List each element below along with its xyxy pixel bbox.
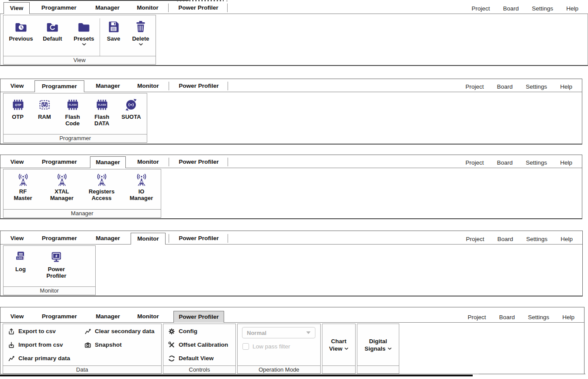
xtal-manager-button[interactable]: XTAL Manager (43, 172, 81, 201)
offset-calibration-button[interactable]: Offset Calibration (168, 341, 228, 348)
snapshot-button[interactable]: Snapshot (84, 341, 122, 348)
tab-monitor[interactable]: Monitor (131, 233, 166, 245)
menu-settings[interactable]: Settings (528, 314, 549, 320)
menu-project[interactable]: Project (471, 5, 490, 12)
tab-programmer[interactable]: Programmer (35, 156, 84, 168)
tab-view[interactable]: View (4, 156, 30, 168)
menu-settings[interactable]: Settings (526, 159, 547, 166)
flash-code-button[interactable]: FLASH Flash Code (59, 97, 86, 127)
radio-tower-icon (95, 172, 109, 187)
tab-separator (228, 234, 228, 243)
menu-project[interactable]: Project (465, 83, 484, 90)
ribbon-programmer: View Programmer Manager Monitor Power Pr… (0, 79, 582, 145)
tab-power-profiler[interactable]: Power Profiler (173, 156, 224, 168)
view-group-caption: View (3, 56, 156, 64)
operation-mode-dropdown[interactable]: Normal (242, 327, 315, 338)
tab-programmer[interactable]: Programmer (35, 311, 84, 322)
tab-programmer[interactable]: Programmer (34, 2, 84, 14)
otp-button[interactable]: OTP OTP (5, 97, 31, 120)
default-view-button[interactable]: Default View (168, 355, 214, 362)
tab-power-profiler[interactable]: Power Profiler (173, 2, 224, 14)
tab-separator (169, 158, 169, 166)
menu-help[interactable]: Help (560, 159, 572, 166)
tab-manager[interactable]: Manager (90, 156, 126, 168)
tab-monitor[interactable]: Monitor (131, 80, 166, 92)
flash-code-label: Flash Code (65, 114, 80, 127)
monitor-group: LOG Log Power Profiler Monitor (3, 245, 96, 295)
chart-view-label-line2: View (329, 345, 342, 352)
menu-project[interactable]: Project (466, 236, 484, 242)
chart-view-dropdown[interactable]: Chart View (322, 324, 355, 365)
menu-help[interactable]: Help (560, 236, 573, 242)
default-button[interactable]: Default (37, 19, 68, 42)
delete-button[interactable]: Delete (127, 19, 154, 46)
ribbon-manager: View Programmer Manager Monitor Power Pr… (0, 155, 582, 219)
ram-button[interactable]: RAM (32, 97, 57, 120)
programmer-group-caption: Programmer (3, 134, 147, 142)
chart-view-group-caption (322, 365, 355, 373)
rf-master-button[interactable]: RF Master (4, 172, 42, 201)
tab-monitor[interactable]: Monitor (131, 156, 166, 168)
menu-settings[interactable]: Settings (532, 5, 553, 12)
trash-icon (134, 19, 148, 34)
menu-settings[interactable]: Settings (526, 236, 547, 242)
chevron-down-icon (344, 347, 349, 350)
radio-tower-icon (16, 172, 30, 187)
tab-power-profiler[interactable]: Power Profiler (173, 311, 224, 323)
suota-button[interactable]: SUOTA (117, 97, 145, 120)
menu-board[interactable]: Board (503, 5, 519, 12)
folder-clock-icon (14, 19, 28, 34)
menu-bar: Project Board Settings Help (465, 83, 572, 90)
tab-manager[interactable]: Manager (90, 311, 126, 322)
previous-button[interactable]: Previous (5, 19, 37, 42)
low-pass-filter-checkbox[interactable]: Low pass filter (242, 343, 290, 350)
presets-button[interactable]: Presets (68, 19, 100, 46)
menu-board[interactable]: Board (497, 159, 512, 166)
menu-help[interactable]: Help (560, 83, 572, 90)
log-button[interactable]: LOG Log (8, 250, 33, 272)
tab-separator (169, 82, 169, 90)
tab-view[interactable]: View (4, 233, 30, 244)
import-from-csv-button[interactable]: Import from csv (7, 341, 63, 348)
svg-text:OTP: OTP (15, 103, 21, 107)
tab-monitor[interactable]: Monitor (131, 311, 166, 322)
suota-label: SUOTA (121, 114, 141, 120)
registers-access-button[interactable]: Registers Access (82, 172, 121, 201)
flash-data-button[interactable]: FLASH Flash DATA (88, 97, 116, 127)
tab-monitor[interactable]: Monitor (130, 2, 165, 14)
tab-manager[interactable]: Manager (90, 80, 126, 92)
folder-icon (77, 19, 91, 34)
save-button[interactable]: Save (100, 19, 127, 42)
export-to-csv-button[interactable]: Export to csv (7, 327, 56, 335)
tab-programmer[interactable]: Programmer (35, 233, 84, 244)
tab-power-profiler[interactable]: Power Profiler (173, 80, 224, 92)
menu-bar: Project Board Settings Help (467, 314, 574, 320)
ram-label: RAM (38, 114, 51, 120)
clear-secondary-data-button[interactable]: Clear secondary data (84, 327, 155, 335)
tab-view[interactable]: View (4, 311, 30, 322)
menu-help[interactable]: Help (566, 5, 578, 12)
tab-manager[interactable]: Manager (90, 2, 125, 14)
digital-signals-dropdown[interactable]: Digital Signals (357, 324, 399, 365)
power-profiler-button[interactable]: Power Profiler (41, 250, 72, 279)
io-manager-button[interactable]: IO Manager (123, 172, 160, 201)
power-profiler-label: Power Profiler (46, 266, 66, 279)
svg-text:FLASH: FLASH (98, 103, 106, 106)
menu-help[interactable]: Help (562, 314, 574, 320)
tab-view[interactable]: View (3, 2, 30, 14)
tab-power-profiler[interactable]: Power Profiler (173, 233, 224, 244)
menu-board[interactable]: Board (497, 83, 512, 90)
menu-board[interactable]: Board (499, 314, 515, 320)
menu-project[interactable]: Project (467, 314, 486, 320)
menu-board[interactable]: Board (497, 236, 513, 242)
data-group-caption: Data (3, 365, 161, 373)
tab-bar: View Programmer Manager Monitor Power Pr… (0, 231, 582, 244)
tab-manager[interactable]: Manager (90, 233, 126, 244)
tab-programmer[interactable]: Programmer (35, 80, 84, 92)
clear-primary-data-button[interactable]: Clear primary data (7, 355, 70, 362)
chart-view-group: Chart View (322, 324, 356, 374)
config-button[interactable]: Config (168, 327, 197, 335)
tab-view[interactable]: View (4, 80, 30, 92)
menu-project[interactable]: Project (465, 159, 484, 166)
menu-settings[interactable]: Settings (526, 83, 547, 90)
